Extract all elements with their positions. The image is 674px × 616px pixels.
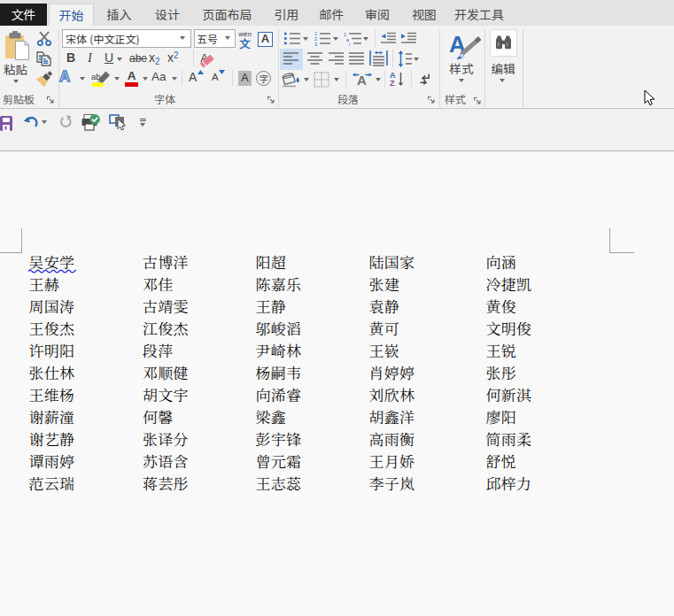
svg-text:Z: Z <box>390 79 395 87</box>
svg-text:i: i <box>349 42 350 46</box>
svg-text:3: 3 <box>314 42 317 46</box>
